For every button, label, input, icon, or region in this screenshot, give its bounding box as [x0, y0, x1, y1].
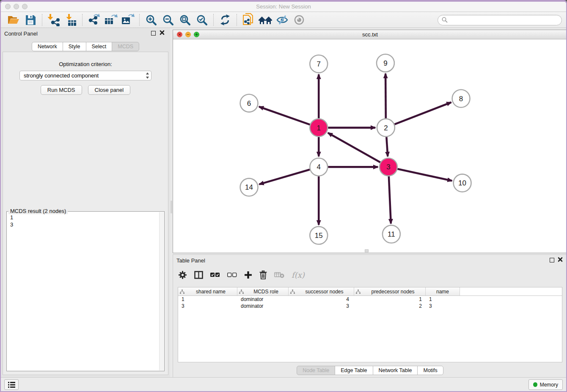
graph-edge-2-9[interactable] [385, 74, 386, 119]
select-all-rows-button[interactable] [210, 268, 220, 281]
control-panel-tabs: Network Style Select MCDS [1, 42, 170, 51]
tab-mcds[interactable]: MCDS [112, 42, 139, 51]
table-options-button[interactable] [178, 268, 187, 281]
delete-table-button[interactable] [274, 268, 284, 281]
criterion-select[interactable]: strongly connected component [19, 71, 151, 80]
function-builder-button[interactable]: f(x) [292, 268, 305, 281]
column-header-predecessor-nodes[interactable]: predecessor nodes [354, 287, 426, 295]
cell-shared-name[interactable]: 1 [178, 296, 237, 302]
run-mcds-button[interactable]: Run MCDS [41, 85, 82, 95]
header-filler [460, 287, 562, 295]
graph-edge-1-6[interactable] [259, 107, 310, 124]
close-icon [160, 30, 165, 35]
plus-icon [244, 271, 252, 279]
float-table-panel-button[interactable] [550, 258, 554, 262]
cell-successor-nodes[interactable]: 4 [289, 296, 354, 302]
cell-successor-nodes[interactable]: 3 [289, 303, 354, 309]
export-image-button[interactable] [119, 13, 136, 27]
graph-edge-2-3[interactable] [386, 137, 388, 156]
home-button[interactable] [257, 13, 274, 27]
task-history-button[interactable] [4, 379, 19, 390]
graph-edge-3-10[interactable] [397, 169, 452, 181]
deselect-all-rows-button[interactable] [227, 268, 237, 281]
splitter-grip[interactable] [171, 201, 172, 213]
search-box[interactable] [438, 15, 562, 25]
canvas-resize-handle[interactable] [365, 249, 369, 252]
tab-node-table[interactable]: Node Table [297, 366, 335, 375]
column-header-mcds-role[interactable]: MCDS role [237, 287, 289, 295]
tab-motifs[interactable]: Motifs [417, 366, 443, 375]
close-panel-button[interactable] [159, 30, 165, 36]
search-input[interactable] [450, 17, 558, 23]
export-table-button[interactable] [102, 13, 119, 27]
hide-graphics-details-button[interactable] [274, 13, 291, 27]
zoom-out-icon [162, 14, 174, 26]
cell-mcds-role[interactable]: dominator [237, 296, 289, 302]
open-session-button[interactable] [5, 13, 22, 27]
result-line: 3 [10, 221, 161, 228]
import-network-button[interactable] [45, 13, 62, 27]
cell-mcds-role[interactable]: dominator [237, 303, 289, 309]
result-line: 1 [10, 214, 161, 221]
open-folder-icon [7, 14, 20, 25]
select-chevrons-icon [146, 72, 149, 79]
result-scrollbar[interactable] [159, 212, 164, 370]
save-session-button[interactable] [22, 13, 39, 27]
graph-node-label-11: 11 [388, 230, 395, 238]
memory-label: Memory [540, 382, 558, 388]
column-header-successor-nodes[interactable]: successor nodes [289, 287, 354, 295]
new-network-from-selection-button[interactable] [240, 13, 257, 27]
add-column-button[interactable] [244, 268, 252, 281]
tab-network-table[interactable]: Network Table [373, 366, 418, 375]
delete-column-button[interactable] [259, 268, 267, 281]
show-column-button[interactable] [194, 268, 203, 281]
zoom-selected-button[interactable] [193, 13, 210, 27]
zoom-fit-button[interactable] [176, 13, 193, 27]
status-bar: Memory [1, 377, 566, 391]
column-header-name[interactable]: name [426, 287, 460, 295]
attribute-tree-icon [180, 290, 184, 294]
graph-node-label-6: 6 [247, 99, 251, 108]
network-window-titlebar[interactable]: scc.txt [173, 30, 566, 39]
zoom-in-button[interactable] [143, 13, 160, 27]
graph-edge-3-1[interactable] [328, 133, 380, 163]
cell-predecessor-nodes[interactable]: 1 [354, 296, 426, 302]
refresh-button[interactable] [217, 13, 234, 27]
close-icon [558, 257, 563, 262]
graph-edge-3-11[interactable] [389, 176, 391, 224]
refresh-icon [219, 14, 231, 25]
table-row[interactable]: 1 dominator 4 1 1 [178, 296, 562, 303]
cell-name[interactable]: 1 [426, 296, 460, 302]
import-table-button[interactable] [62, 13, 79, 27]
memory-button[interactable]: Memory [528, 379, 563, 390]
toolbar-separator [139, 14, 140, 26]
network-canvas[interactable]: 7968124314101511 [173, 39, 566, 253]
graph-edge-4-14[interactable] [259, 170, 310, 185]
float-panel-button[interactable] [151, 31, 156, 36]
unchecked-boxes-icon [227, 273, 237, 277]
export-table-icon [104, 14, 118, 26]
cell-name[interactable]: 3 [426, 303, 460, 309]
delete-table-icon [274, 272, 284, 278]
export-network-button[interactable] [85, 13, 102, 27]
cell-predecessor-nodes[interactable]: 2 [354, 303, 426, 309]
tab-network[interactable]: Network [32, 42, 63, 51]
column-header-shared-name[interactable]: shared name [178, 287, 237, 295]
import-network-icon [47, 14, 60, 26]
close-table-panel-button[interactable] [557, 257, 563, 263]
toolbar-separator [213, 14, 214, 26]
memory-status-icon [533, 382, 537, 387]
zoom-out-button[interactable] [160, 13, 176, 27]
table-panel-title: Table Panel [176, 257, 205, 264]
mcds-result-text[interactable]: 1 3 [7, 212, 164, 230]
close-panel-button2[interactable]: Close panel [88, 85, 131, 95]
columns-icon [194, 271, 203, 279]
table-row[interactable]: 3 dominator 3 2 3 [178, 303, 562, 309]
cell-shared-name[interactable]: 3 [178, 303, 237, 309]
tab-select[interactable]: Select [86, 42, 113, 51]
show-graphics-details-button[interactable] [291, 13, 308, 27]
graph-edge-2-8[interactable] [394, 102, 451, 124]
tab-style[interactable]: Style [63, 42, 86, 51]
tab-edge-table[interactable]: Edge Table [335, 366, 373, 375]
network-document-icon [242, 13, 255, 27]
